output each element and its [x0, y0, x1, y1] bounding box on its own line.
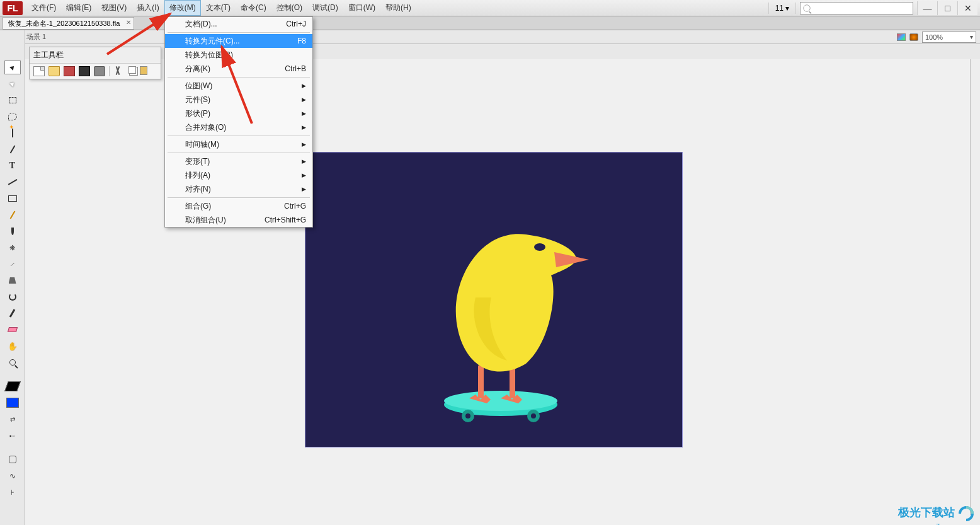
- pencil-tool[interactable]: [4, 208, 21, 222]
- menu-commands[interactable]: 命令(C): [236, 0, 271, 16]
- paint-bucket-tool[interactable]: [4, 274, 21, 287]
- menu-item-label: 变形(T): [185, 156, 210, 167]
- ink-icon: [9, 293, 16, 301]
- vertical-scrollbar[interactable]: [970, 59, 980, 515]
- menu-item-label: 形状(P): [185, 108, 210, 119]
- eyedropper-tool[interactable]: [4, 306, 21, 320]
- menubar: 文件(F) 编辑(E) 视图(V) 插入(I) 修改(M) 文本(T) 命令(C…: [26, 0, 416, 16]
- bird-artwork[interactable]: [431, 216, 620, 424]
- submenu-arrow-icon: ▶: [302, 158, 306, 164]
- deco-tool[interactable]: ❋: [4, 241, 21, 255]
- menu-item-14[interactable]: 排列(A)▶: [165, 168, 312, 182]
- print-icon[interactable]: [94, 66, 105, 76]
- menu-control[interactable]: 控制(O): [271, 0, 307, 16]
- menu-shortcut: Ctrl+B: [285, 64, 306, 73]
- menu-debug[interactable]: 调试(D): [307, 0, 343, 16]
- search-box[interactable]: [800, 2, 913, 14]
- close-button[interactable]: ✕: [957, 1, 977, 15]
- menu-item-13[interactable]: 变形(T)▶: [165, 154, 312, 168]
- magic-wand-tool[interactable]: [4, 126, 21, 140]
- bone-tool[interactable]: ⟋: [4, 257, 21, 271]
- straight-icon: ⊦: [11, 488, 14, 497]
- brush-icon: [11, 228, 14, 235]
- white-arrow-icon: [9, 81, 16, 87]
- rect-icon: [8, 195, 17, 202]
- open-file-icon[interactable]: [48, 66, 60, 76]
- menu-item-label: 时间轴(M): [185, 139, 219, 150]
- search-icon: [803, 4, 810, 11]
- menu-file[interactable]: 文件(F): [26, 0, 61, 16]
- menu-separator: [168, 136, 310, 136]
- lasso-tool[interactable]: [4, 110, 21, 124]
- menu-item-label: 排列(A): [185, 170, 210, 181]
- lasso-icon: [8, 113, 17, 120]
- svg-point-8: [534, 243, 545, 251]
- line-tool[interactable]: [4, 175, 21, 189]
- cut-icon[interactable]: [113, 66, 125, 76]
- submenu-arrow-icon: ▶: [302, 124, 306, 130]
- fill-swatch[interactable]: [4, 396, 21, 410]
- rectangle-tool[interactable]: [4, 192, 21, 205]
- menu-window[interactable]: 窗口(W): [343, 0, 380, 16]
- submenu-arrow-icon: ▶: [302, 110, 306, 117]
- edit-symbol-icon[interactable]: [909, 33, 918, 41]
- watermark-url: www.xz7.com: [913, 522, 955, 525]
- menu-item-11[interactable]: 时间轴(M)▶: [165, 137, 312, 151]
- ink-bottle-tool[interactable]: [4, 290, 21, 304]
- default-colors[interactable]: ▪▫: [4, 429, 21, 442]
- menu-item-label: 位图(W): [185, 81, 212, 91]
- window-controls: — □ ✕: [917, 1, 977, 15]
- pen-tool[interactable]: [4, 142, 21, 156]
- snap-icon: [9, 456, 16, 463]
- hand-icon: ✋: [8, 342, 18, 351]
- minimize-button[interactable]: —: [917, 1, 937, 15]
- workspace-indicator[interactable]: 11 ▾: [768, 3, 796, 14]
- maximize-button[interactable]: □: [937, 1, 957, 15]
- scene-name[interactable]: 场景 1: [26, 32, 46, 42]
- pen-icon: [9, 145, 15, 153]
- zoom-select[interactable]: 100%: [922, 32, 976, 43]
- save-all-icon[interactable]: [79, 66, 90, 76]
- annotation-arrow-2: [214, 42, 265, 130]
- text-tool[interactable]: T: [4, 159, 21, 173]
- menu-item-0[interactable]: 文档(D)...Ctrl+J: [165, 17, 312, 31]
- menu-item-label: 文档(D)...: [185, 19, 217, 30]
- stage[interactable]: [305, 152, 683, 447]
- eraser-tool[interactable]: [4, 323, 21, 337]
- save-icon[interactable]: [64, 66, 75, 76]
- selection-tool[interactable]: [4, 61, 21, 74]
- eyedropper-icon: [9, 309, 16, 318]
- arrow-icon: [9, 64, 16, 71]
- paste-icon[interactable]: [140, 66, 147, 75]
- svg-point-5: [531, 413, 536, 418]
- menu-item-15[interactable]: 对齐(N)▶: [165, 182, 312, 196]
- submenu-arrow-icon: ▶: [302, 186, 306, 192]
- copy-icon[interactable]: [128, 66, 136, 74]
- submenu-arrow-icon: ▶: [302, 172, 306, 178]
- edit-scene-icon[interactable]: [897, 33, 906, 41]
- menu-item-label: 对齐(N): [185, 184, 211, 195]
- svg-line-10: [222, 47, 252, 124]
- swap-colors[interactable]: ⇄: [4, 412, 21, 426]
- straighten-option[interactable]: ⊦: [4, 485, 21, 499]
- menu-text[interactable]: 文本(T): [201, 0, 236, 16]
- menu-edit[interactable]: 编辑(E): [61, 0, 96, 16]
- subselection-tool[interactable]: [4, 77, 21, 91]
- menu-item-label: 元件(S): [185, 95, 210, 105]
- hand-tool[interactable]: ✋: [4, 339, 21, 353]
- wand-icon: [12, 129, 13, 137]
- menu-help[interactable]: 帮助(H): [380, 0, 416, 16]
- menu-item-18[interactable]: 取消组合(U)Ctrl+Shift+G: [165, 213, 312, 227]
- menu-item-label: 分离(K): [185, 64, 210, 74]
- line-icon: [8, 179, 17, 185]
- menu-item-17[interactable]: 组合(G)Ctrl+G: [165, 199, 312, 213]
- zoom-tool[interactable]: [4, 355, 21, 369]
- snap-option[interactable]: [4, 453, 21, 466]
- smooth-option[interactable]: ∿: [4, 469, 21, 483]
- free-transform-tool[interactable]: [4, 93, 21, 107]
- menu-separator: [168, 153, 310, 153]
- brush-tool[interactable]: [4, 224, 21, 238]
- stroke-swatch[interactable]: [4, 379, 21, 393]
- new-file-icon[interactable]: [33, 66, 45, 76]
- workspace-value: 11: [775, 4, 783, 13]
